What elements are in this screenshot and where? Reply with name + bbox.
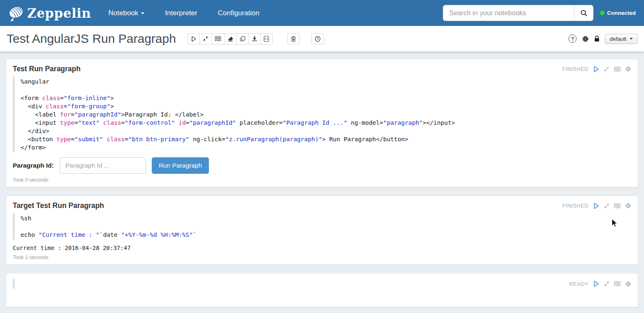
took-label: Took 0 seconds	[13, 177, 631, 183]
status-badge: FINISHED	[562, 66, 588, 72]
paragraph-settings-icon[interactable]	[625, 66, 631, 72]
gear-icon[interactable]	[582, 35, 589, 42]
show-editor-icon[interactable]	[614, 203, 621, 209]
connected-dot-icon	[600, 11, 605, 15]
eraser-icon	[227, 36, 234, 42]
nav-configuration[interactable]: Configuration	[218, 9, 259, 17]
connection-status: Connected	[600, 10, 636, 16]
status-badge: FINISHED	[562, 203, 588, 209]
code-editor[interactable]: %angular <form class="form-inline"> <div…	[13, 77, 631, 152]
paragraph-2: Target Test Run Paragraph FINISHED %sh e…	[6, 196, 638, 265]
shrink-icon	[203, 36, 208, 42]
version-control-button[interactable]	[260, 33, 273, 44]
search-button[interactable]	[574, 5, 593, 21]
show-hide-code-button[interactable]	[211, 33, 225, 44]
note-title[interactable]: Test AngularJS Run Paragraph	[7, 32, 176, 46]
took-label: Took 1 seconds	[13, 255, 631, 260]
code-editor[interactable]: %sh echo "Current time : "`date "+%Y-%m-…	[13, 213, 631, 240]
caret-down-icon	[630, 38, 633, 40]
angular-result-form: Paragraph Id: Run Paragraph	[13, 157, 631, 174]
notebook-search	[443, 5, 593, 21]
note-content: Test Run Paragraph FINISHED %angular <fo…	[0, 51, 644, 307]
zeppelin-blimp-icon	[7, 5, 25, 22]
interpreter-binding-dropdown[interactable]: default	[605, 34, 637, 44]
play-icon	[191, 36, 197, 42]
main-menu: Notebook Interpreter Configuration	[109, 9, 259, 17]
status-badge: READY	[569, 281, 588, 287]
paragraph-controls: FINISHED	[562, 203, 631, 209]
paragraph-3: READY	[6, 273, 638, 307]
clone-icon	[240, 36, 246, 42]
paragraph-title[interactable]: Target Test Run Paragraph	[13, 201, 104, 210]
paragraph-controls: READY	[569, 280, 631, 287]
paragraph-settings-icon[interactable]	[625, 203, 631, 209]
run-paragraph-icon[interactable]	[593, 203, 599, 209]
search-icon	[580, 9, 588, 17]
lock-icon[interactable]	[594, 35, 600, 42]
collapse-paragraph-icon[interactable]	[604, 281, 609, 287]
run-paragraph-icon[interactable]	[593, 280, 599, 287]
nav-interpreter[interactable]: Interpreter	[165, 9, 197, 17]
run-paragraph-icon[interactable]	[593, 66, 599, 72]
scheduler-button[interactable]	[311, 33, 324, 44]
connection-label: Connected	[607, 10, 636, 16]
code-file-icon	[264, 36, 269, 42]
paragraph-title[interactable]: Test Run Paragraph	[13, 65, 81, 73]
collapse-expand-button[interactable]	[199, 33, 212, 44]
book-icon	[215, 36, 221, 42]
caret-down-icon	[141, 12, 144, 14]
export-note-button[interactable]	[248, 33, 261, 44]
show-editor-icon[interactable]	[614, 281, 621, 287]
note-header: Test AngularJS Run Paragraph	[0, 26, 644, 51]
download-icon	[252, 36, 257, 42]
run-paragraph-button[interactable]: Run Paragraph	[152, 157, 209, 174]
remove-note-button[interactable]	[287, 33, 300, 44]
top-navbar: Zeppelin Notebook Interpreter Configurat…	[0, 0, 644, 26]
run-all-paragraphs-button[interactable]	[188, 33, 200, 44]
collapse-paragraph-icon[interactable]	[604, 203, 609, 209]
search-input[interactable]	[443, 5, 574, 21]
zeppelin-logo[interactable]: Zeppelin	[7, 5, 91, 22]
paragraph-output: Current time : 2016-04-28 20:37:47	[13, 245, 631, 251]
clock-icon	[315, 36, 321, 42]
clone-note-button[interactable]	[236, 33, 249, 44]
note-toolbar	[188, 33, 273, 44]
help-icon[interactable]: ?	[568, 35, 577, 43]
paragraph-id-label: Paragraph Id:	[13, 162, 54, 169]
show-editor-icon[interactable]	[614, 66, 621, 72]
nav-notebook[interactable]: Notebook	[109, 9, 145, 17]
collapse-paragraph-icon[interactable]	[604, 66, 609, 72]
code-editor[interactable]	[13, 279, 561, 289]
paragraph-controls: FINISHED	[562, 66, 631, 72]
clear-output-button[interactable]	[224, 33, 237, 44]
paragraph-1: Test Run Paragraph FINISHED %angular <fo…	[6, 59, 638, 187]
paragraph-id-input[interactable]	[60, 157, 146, 174]
trash-icon	[291, 36, 296, 42]
paragraph-settings-icon[interactable]	[625, 281, 631, 287]
brand-title: Zeppelin	[27, 6, 91, 21]
note-header-right: ? default	[568, 34, 637, 44]
